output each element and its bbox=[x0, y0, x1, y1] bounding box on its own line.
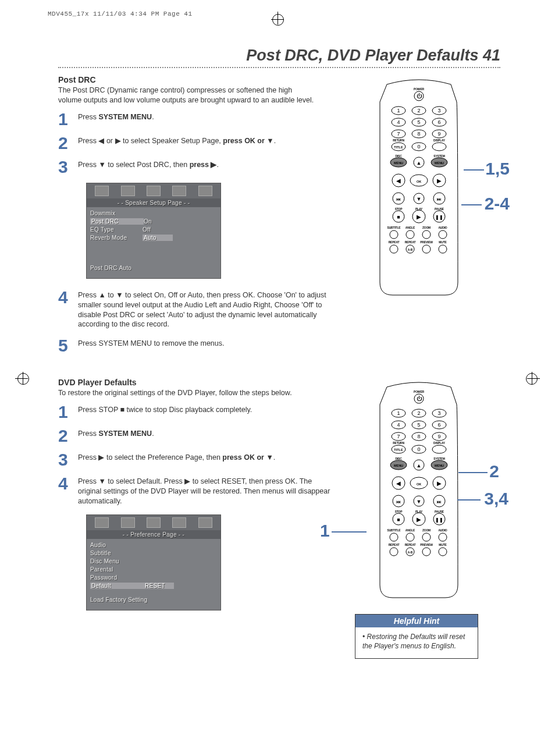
svg-text:4: 4 bbox=[397, 119, 400, 125]
svg-text:1: 1 bbox=[397, 410, 400, 416]
svg-text:■: ■ bbox=[397, 517, 400, 523]
step-text: Press STOP ■ twice to stop Disc playback… bbox=[78, 404, 332, 415]
print-mark: MDV455_17x 11/11/03 4:34 PM Page 41 bbox=[48, 10, 193, 17]
svg-text:A-B: A-B bbox=[408, 248, 413, 251]
svg-point-146 bbox=[422, 548, 431, 556]
svg-text:7: 7 bbox=[397, 434, 400, 439]
step: 3Press ▶ to select the Preference Page, … bbox=[58, 452, 332, 467]
step-number: 3 bbox=[58, 159, 78, 175]
svg-text:OK: OK bbox=[417, 180, 421, 183]
svg-text:7: 7 bbox=[397, 131, 400, 137]
section-intro-postdrc: The Post DRC (Dynamic range control) com… bbox=[58, 86, 314, 105]
svg-text:AUDIO: AUDIO bbox=[438, 528, 447, 532]
svg-text:■: ■ bbox=[397, 214, 400, 220]
svg-text:0: 0 bbox=[417, 446, 420, 452]
svg-text:8: 8 bbox=[417, 131, 420, 137]
svg-text:▶: ▶ bbox=[417, 214, 421, 220]
svg-text:STOP: STOP bbox=[395, 207, 403, 211]
svg-text:TITLE: TITLE bbox=[394, 448, 403, 452]
svg-text:4: 4 bbox=[397, 422, 400, 428]
step-number: 2 bbox=[58, 428, 78, 443]
svg-text:DISC: DISC bbox=[395, 457, 402, 460]
svg-point-143 bbox=[390, 548, 398, 556]
step-text: Press SYSTEM MENU. bbox=[78, 428, 332, 439]
callout: 1,5 bbox=[485, 159, 510, 179]
svg-point-62 bbox=[406, 230, 414, 239]
svg-text:3: 3 bbox=[437, 410, 440, 416]
step-text: Press SYSTEM MENU to remove the menus. bbox=[78, 338, 332, 349]
svg-text:OK: OK bbox=[417, 482, 421, 486]
step-text: Press ▶ to select the Preference Page, t… bbox=[78, 452, 332, 463]
svg-text:▶: ▶ bbox=[437, 178, 442, 184]
osd-title: - - Preference Page - - bbox=[87, 530, 220, 539]
svg-point-63 bbox=[422, 230, 431, 239]
svg-text:6: 6 bbox=[437, 422, 440, 428]
step-number: 2 bbox=[58, 135, 78, 151]
step: 4Press ▼ to select Default. Press ▶ to s… bbox=[58, 475, 332, 506]
step-text: Press ◀ or ▶ to select Speaker Setup Pag… bbox=[78, 135, 332, 146]
hint-body: Restoring the Defaults will reset the Pl… bbox=[355, 627, 478, 658]
crop-mark-right bbox=[514, 367, 538, 390]
svg-text:ANGLE: ANGLE bbox=[405, 226, 415, 229]
svg-text:RETURN: RETURN bbox=[393, 139, 404, 142]
svg-text:5: 5 bbox=[417, 119, 420, 125]
osd-footer: Load Factory Setting bbox=[87, 595, 220, 610]
svg-text:A-B: A-B bbox=[408, 551, 413, 554]
svg-text:⏭: ⏭ bbox=[437, 197, 442, 202]
svg-text:⏮: ⏮ bbox=[396, 499, 401, 505]
step: 2Press ◀ or ▶ to select Speaker Setup Pa… bbox=[58, 135, 332, 151]
step-text: Press ▼ to select Default. Press ▶ to se… bbox=[78, 475, 332, 506]
section-heading-postdrc: Post DRC bbox=[58, 75, 337, 84]
svg-point-136 bbox=[406, 533, 414, 541]
svg-text:POWER: POWER bbox=[414, 87, 424, 91]
svg-text:PAUSE: PAUSE bbox=[435, 510, 444, 513]
svg-text:MENU: MENU bbox=[394, 161, 403, 165]
svg-text:6: 6 bbox=[437, 119, 440, 125]
osd-body: Audio Subtitle Disc Menu Parental Passwo… bbox=[87, 539, 220, 595]
svg-text:8: 8 bbox=[417, 434, 420, 439]
svg-text:⏭: ⏭ bbox=[437, 499, 442, 505]
svg-point-138 bbox=[439, 533, 447, 541]
svg-text:STOP: STOP bbox=[395, 510, 403, 513]
svg-text:3: 3 bbox=[437, 108, 440, 113]
osd-title: - - Speaker Setup Page - - bbox=[87, 198, 220, 207]
svg-text:⏻: ⏻ bbox=[417, 93, 422, 99]
step: 5Press SYSTEM MENU to remove the menus. bbox=[58, 338, 332, 353]
crop-mark-left bbox=[17, 367, 41, 390]
step-number: 3 bbox=[58, 452, 78, 467]
step-text: Press SYSTEM MENU. bbox=[78, 111, 332, 122]
callout: 1 bbox=[320, 521, 330, 541]
svg-text:AUDIO: AUDIO bbox=[438, 226, 447, 229]
svg-text:MENU: MENU bbox=[435, 464, 444, 467]
svg-text:0: 0 bbox=[417, 144, 420, 150]
svg-text:ZOOM: ZOOM bbox=[422, 528, 431, 532]
svg-point-64 bbox=[439, 230, 447, 239]
osd-tabs bbox=[87, 515, 220, 530]
callout: 3,4 bbox=[484, 489, 508, 509]
svg-point-73 bbox=[439, 245, 447, 253]
step-number: 4 bbox=[58, 475, 78, 491]
svg-text:▲: ▲ bbox=[417, 160, 422, 166]
svg-text:◀: ◀ bbox=[396, 178, 401, 184]
svg-text:⏻: ⏻ bbox=[417, 396, 422, 402]
step: 2Press SYSTEM MENU. bbox=[58, 428, 332, 443]
step-number: 1 bbox=[58, 111, 78, 127]
svg-point-72 bbox=[422, 245, 431, 253]
osd-preference: - - Preference Page - - Audio Subtitle D… bbox=[86, 514, 221, 611]
svg-point-69 bbox=[390, 245, 398, 253]
osd-footer: Post DRC Auto bbox=[87, 263, 220, 278]
remote-diagram-2: POWER ⏻ 123 456 789 RETURNDISPLAY TITLE … bbox=[369, 381, 468, 602]
svg-text:PREVIEW: PREVIEW bbox=[420, 543, 433, 546]
svg-point-101 bbox=[432, 445, 446, 453]
svg-text:▲: ▲ bbox=[417, 463, 422, 468]
svg-text:ANGLE: ANGLE bbox=[405, 528, 415, 532]
svg-text:DISPLAY: DISPLAY bbox=[433, 441, 446, 445]
svg-text:RETURN: RETURN bbox=[393, 441, 404, 445]
svg-text:PAUSE: PAUSE bbox=[435, 207, 444, 211]
svg-text:⏮: ⏮ bbox=[396, 197, 401, 202]
step-text: Press ▲ to ▼ to select On, Off or Auto, … bbox=[78, 289, 332, 330]
svg-text:REPEAT: REPEAT bbox=[405, 543, 416, 546]
callout: 2 bbox=[489, 462, 499, 481]
step-number: 1 bbox=[58, 404, 78, 420]
svg-point-27 bbox=[432, 143, 446, 151]
